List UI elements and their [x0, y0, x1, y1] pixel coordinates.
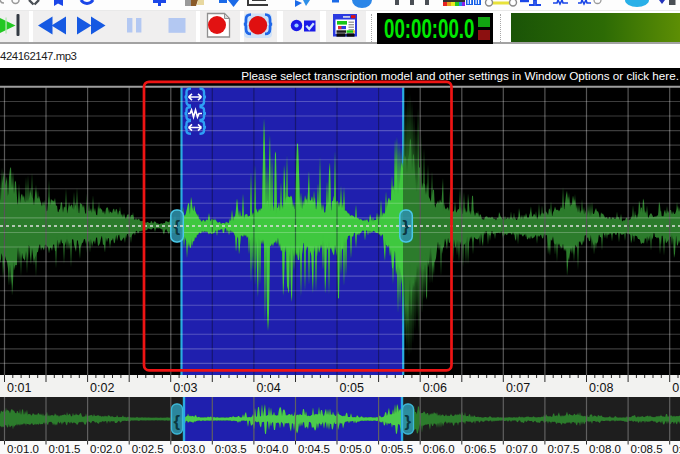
svg-text:0:05.5: 0:05.5	[381, 443, 413, 454]
svg-text:0:09: 0:09	[672, 381, 680, 395]
svg-text:0:04.0: 0:04.0	[256, 443, 288, 454]
svg-text:0:03: 0:03	[173, 381, 197, 395]
svg-text:0:03.0: 0:03.0	[173, 443, 205, 454]
svg-text:0:01.5: 0:01.5	[49, 443, 81, 454]
svg-text:0:07: 0:07	[506, 381, 530, 395]
svg-text:0:06.5: 0:06.5	[464, 443, 496, 454]
svg-text:0:05.0: 0:05.0	[340, 443, 372, 454]
svg-text:0:04: 0:04	[256, 381, 280, 395]
svg-text:0:01.0: 0:01.0	[7, 443, 39, 454]
svg-text:0:02.5: 0:02.5	[132, 443, 164, 454]
svg-text:0:03.5: 0:03.5	[215, 443, 247, 454]
svg-text:{: {	[174, 412, 181, 431]
svg-text:0:01: 0:01	[7, 381, 31, 395]
svg-text:0:07.0: 0:07.0	[506, 443, 538, 454]
svg-text:0:09.0: 0:09.0	[672, 443, 680, 454]
svg-text:0:02: 0:02	[90, 381, 114, 395]
svg-text:0:08.5: 0:08.5	[631, 443, 663, 454]
svg-text:0:08: 0:08	[589, 381, 613, 395]
svg-text:0:04.5: 0:04.5	[298, 443, 330, 454]
svg-text:0:05: 0:05	[340, 381, 364, 395]
svg-text:0:06: 0:06	[423, 381, 447, 395]
svg-text:0:06.0: 0:06.0	[423, 443, 455, 454]
svg-text:0:07.5: 0:07.5	[547, 443, 579, 454]
svg-text:}: }	[405, 412, 412, 431]
svg-text:0:02.0: 0:02.0	[90, 443, 122, 454]
svg-text:0:08.0: 0:08.0	[589, 443, 621, 454]
